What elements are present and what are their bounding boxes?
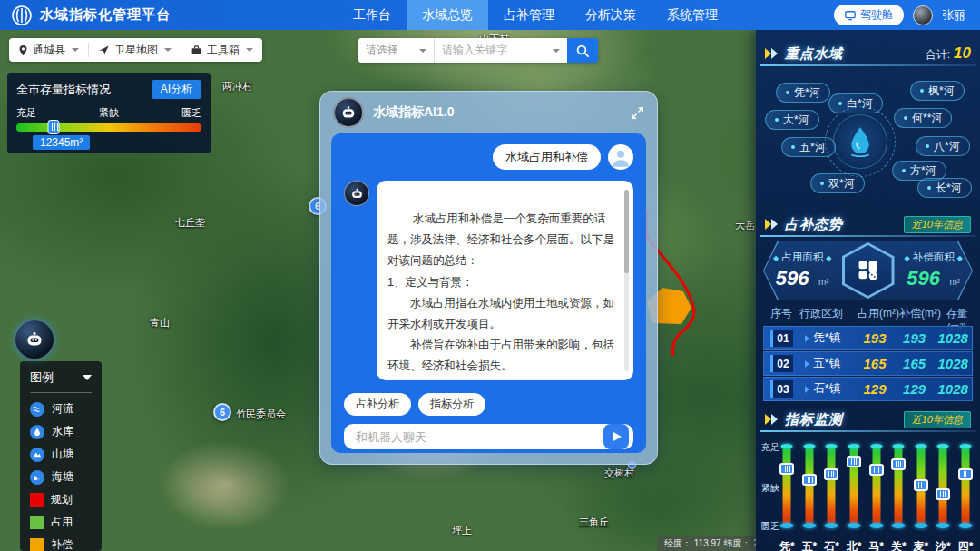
user-avatar[interactable] [913,5,933,25]
nav-tab-occupy-manage[interactable]: 占补管理 [488,0,570,30]
user-message-bubble: 水域占用和补偿 [493,144,601,170]
gauge-column: 麦* [910,445,933,546]
total-label: 合计: [926,47,950,63]
dashboard-sidebar: 重点水域 合计: 10 凭*河 白*河 枫*河 大*河 何**河 五*河 八*河… [756,30,980,551]
gauge-column: 凭* [776,445,799,546]
gauge-thumb[interactable] [824,468,838,480]
legend-item-pond[interactable]: 山塘 [30,443,92,466]
scrollbar-thumb[interactable] [624,190,629,273]
gauge-column: 四* [955,445,977,546]
gauge-thumb[interactable] [869,464,884,476]
user-name: 张丽 [942,7,965,24]
stock-slider-thumb[interactable] [47,120,59,134]
occupy-compensate-stats: ◆占用面积◆ 596 m² [763,241,973,300]
region-selector[interactable]: 通城县 [9,43,88,57]
layer-selector[interactable]: 卫星地图 [88,43,181,57]
river-pill[interactable]: 双*河 [810,173,865,193]
double-chevron-icon [765,219,779,230]
seawall-icon [30,470,44,485]
gauge-town-label: 凭* [776,539,799,551]
app-header: 水域指标化管理平台 工作台 水域总览 占补管理 分析决策 系统管理 驾驶舱 张丽 [0,0,980,30]
collapse-caret-icon[interactable] [83,375,92,380]
section-key-waters-header: 重点水域 合计: 10 [756,43,980,64]
occupied-cell: 165 [855,356,895,371]
chevron-down-icon [553,49,560,53]
send-icon [613,432,622,441]
table-row[interactable]: 03 石*镇 129 129 1028 [763,377,973,401]
nav-tab-workbench[interactable]: 工作台 [338,0,407,30]
legend-item-seawall[interactable]: 海塘 [30,466,92,488]
chevron-down-icon [164,48,172,52]
chevron-down-icon [72,48,79,52]
row-index: 02 [770,355,793,372]
cockpit-button[interactable]: 驾驶舱 [834,5,904,25]
cockpit-label: 驾驶舱 [860,7,893,23]
row-arrow-icon [805,360,809,368]
app-logo-icon [11,5,33,26]
table-row[interactable]: 02 五*镇 165 165 1028 [763,351,973,376]
location-pin-icon [18,44,28,56]
map-place-label: 大岳 [735,219,755,232]
gauge-thumb[interactable] [802,474,817,486]
river-pill[interactable]: 五*河 [781,137,836,157]
total-value: 10 [954,44,971,63]
gauge-thumb[interactable] [936,488,950,500]
legend-title: 图例 [30,369,54,386]
row-index: 03 [770,380,793,398]
send-button[interactable] [603,424,629,449]
scale-label-deficient: 匮乏 [181,106,201,120]
expand-icon[interactable] [631,106,644,120]
chevron-down-icon [419,49,426,53]
river-pill[interactable]: 何**河 [894,108,952,128]
river-pill[interactable]: 长*河 [917,178,972,198]
robot-avatar-icon [333,97,364,128]
river-pill[interactable]: 白*河 [828,93,883,113]
gauge-thumb[interactable] [891,458,906,470]
legend-item-compensated[interactable]: 补偿 [30,534,92,551]
table-row[interactable]: 01 凭*镇 193 193 1028 [763,326,973,350]
legend-item-planning[interactable]: 规划 [30,488,92,511]
chat-input-bar [344,424,633,449]
river-pill[interactable]: 大*河 [765,110,819,130]
toolbox-label: 工具箱 [207,43,240,58]
legend-item-river[interactable]: 河流 [30,398,92,420]
monitor-icon [845,10,856,21]
river-pill[interactable]: 枫*河 [910,81,965,101]
search-keyword-field[interactable]: 请输入关键字 [435,38,567,63]
search-category-select[interactable]: 请选择 [358,38,435,63]
compensated-area-value: 596 [906,267,940,290]
map-place-label: 七丘垄 [175,216,205,230]
nav-tab-analysis[interactable]: 分析决策 [570,0,652,30]
gauge-town-label: 四* [955,539,977,551]
gauge-thumb[interactable] [779,463,794,475]
ai-analysis-button[interactable]: AI分析 [152,80,201,99]
legend-item-occupied[interactable]: 占用 [30,511,92,534]
map-controls-bar: 通城县 卫星地图 工具箱 [9,38,262,62]
quick-action-indicator-analysis[interactable]: 指标分析 [418,393,485,416]
quick-action-occupy-analysis[interactable]: 占补分析 [344,393,411,416]
cluster-marker[interactable]: 6 [213,403,231,421]
map-place-label: 三角丘 [579,516,609,529]
bot-message-text: 水域占用和补偿是一个复杂而重要的话题，涉及法律、经济和社会多个层面。以下是对该问… [387,212,614,380]
gauge-thumb[interactable] [958,468,973,480]
row-index: 01 [770,330,793,347]
stock-cell: 1028 [934,356,972,371]
chat-input[interactable] [356,430,603,444]
nav-tab-system-manage[interactable]: 系统管理 [652,0,733,30]
gauge-thumb[interactable] [914,479,928,491]
gauge-thumb[interactable] [847,456,861,467]
nav-tab-water-overview[interactable]: 水域总览 [407,0,488,30]
layer-label: 卫星地图 [114,43,158,58]
legend-item-reservoir[interactable]: 水库 [30,420,92,443]
toolbox-icon [191,44,202,55]
river-pill[interactable]: 八*河 [916,136,970,156]
search-button[interactable] [567,38,598,63]
river-pill[interactable]: 凭*河 [776,83,830,103]
ai-assistant-float-button[interactable] [15,320,54,359]
message-scrollbar [624,190,629,371]
double-chevron-icon [765,48,779,59]
gauge-column: 关* [887,445,910,546]
occupied-area-stat: ◆占用面积◆ 596 m² [763,251,842,290]
stats-hexagon-icon [842,242,895,299]
toolbox-selector[interactable]: 工具箱 [181,43,262,57]
